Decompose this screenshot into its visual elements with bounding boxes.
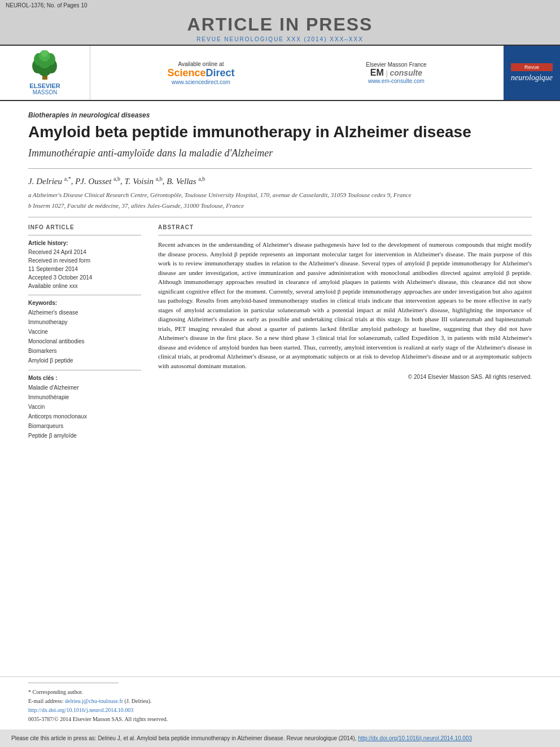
keyword-immunotherapy: Immunotherapy	[28, 317, 141, 327]
affiliation-a: a Alzheimer's Disease Clinical Research …	[28, 191, 532, 199]
section-label: Biotherapies in neurological diseases	[28, 111, 532, 119]
keyword-amyloid: Amyloid β peptide	[28, 356, 141, 365]
abstract-col: ABSTRACT Recent advances in the understa…	[158, 224, 532, 440]
accepted-date: Accepted 3 October 2014	[28, 273, 141, 282]
keyword-vaccine: Vaccine	[28, 327, 141, 337]
info-article-col: INFO ARTICLE Article history: Received 2…	[28, 224, 141, 440]
keywords-label: Keywords:	[28, 300, 141, 306]
info-article-header: INFO ARTICLE	[28, 224, 141, 230]
corresponding-note: * Corresponding author.	[28, 688, 532, 697]
elsevier-sub: MASSON	[33, 89, 57, 95]
article-id: NEUROL-1376; No. of Pages 10	[6, 2, 88, 8]
banner-text: ARTICLE IN PRESS	[0, 14, 560, 35]
online-links: Available online at ScienceDirect www.sc…	[90, 46, 504, 100]
keyword-alzheimer: Alzheimer's disease	[28, 308, 141, 317]
citation-text: Please cite this article in press as: De…	[11, 734, 549, 742]
author-delrieu-sup: a,*	[64, 176, 71, 182]
copyright: © 2014 Elsevier Masson SAS. All rights r…	[158, 374, 532, 380]
author-vellas: B. Vellas	[167, 177, 196, 186]
author-delrieu: J. Delrieu	[28, 177, 62, 186]
article-banner: ARTICLE IN PRESS REVUE NEUROLOGIQUE XXX …	[0, 11, 560, 45]
article-title: Amyloid beta peptide immunotherapy in Al…	[28, 123, 532, 142]
elsevier-tree-icon	[27, 50, 63, 81]
history-label: Article history:	[28, 240, 141, 246]
article-subtitle: Immunothérapie anti-amyloïde dans la mal…	[28, 147, 532, 159]
author-ousset: PJ. Ousset	[75, 177, 111, 186]
info-divider-1	[28, 235, 141, 235]
info-divider-3	[28, 370, 141, 370]
received-date: Received 24 April 2014	[28, 248, 141, 256]
sciencedirect-section: Available online at ScienceDirect www.sc…	[167, 61, 234, 85]
author-vellas-sup: a,b	[198, 176, 205, 182]
revised-date: 11 September 2014	[28, 265, 141, 273]
revue-logo: Revue neurologique	[511, 63, 553, 83]
mc-vaccin: Vaccin	[28, 402, 141, 412]
affiliations-divider	[28, 217, 532, 217]
affiliation-b: b Inserm 1027, Faculté de médecine, 37, …	[28, 202, 532, 210]
available-text: Available online at	[167, 61, 234, 67]
footer-divider	[28, 683, 119, 683]
journal-subtitle: REVUE NEUROLOGIQUE XXX (2014) XXX–XXX	[0, 36, 560, 42]
citation-bar: Please cite this article in press as: De…	[0, 729, 560, 747]
author-voisin: T. Voisin	[125, 177, 154, 186]
revue-logo-area: Revue neurologique	[504, 46, 560, 100]
corresponding-label: * Corresponding author.	[28, 689, 83, 695]
two-col-layout: INFO ARTICLE Article history: Received 2…	[28, 224, 532, 440]
doi-link[interactable]: http://dx.doi.org/10.1016/j.neurol.2014.…	[28, 707, 133, 713]
footer-notes: * Corresponding author. E-mail address: …	[0, 676, 560, 729]
email-label: E-mail address:	[28, 698, 63, 704]
author-ousset-sup: a,b	[113, 176, 120, 182]
top-bar: NEUROL-1376; No. of Pages 10	[0, 0, 560, 11]
revue-title: neurologique	[511, 73, 553, 83]
elsevier-logo-area: ELSEVIER MASSON	[0, 46, 90, 100]
info-divider-2	[28, 295, 141, 295]
header-logos: ELSEVIER MASSON Available online at Scie…	[0, 45, 560, 101]
abstract-divider	[158, 235, 532, 235]
sciencedirect-logo: ScienceDirect	[167, 67, 234, 79]
emconsulte-section: Elsevier Masson France EM | consulte www…	[366, 62, 426, 84]
emconsulte-logo: EM | consulte	[366, 68, 426, 78]
revue-top-label: Revue	[511, 63, 553, 71]
sciencedirect-url[interactable]: www.sciencedirect.com	[167, 79, 234, 85]
mc-anticorps: Anticorps monoclonaux	[28, 412, 141, 421]
mc-alzheimer: Maladie d'Alzheimer	[28, 383, 141, 392]
mots-cles-label: Mots clés :	[28, 375, 141, 381]
email-suffix: (J. Delrieu).	[125, 698, 152, 704]
mc-peptide: Peptide β amyloïde	[28, 431, 141, 440]
citation-link[interactable]: http://dx.doi.org/10.1016/j.neurol.2014.…	[358, 735, 472, 741]
issn-note: 0035-3787/© 2014 Elsevier Masson SAS. Al…	[28, 715, 532, 724]
abstract-text: Recent advances in the understanding of …	[158, 240, 532, 370]
page: NEUROL-1376; No. of Pages 10 ARTICLE IN …	[0, 0, 560, 747]
title-divider	[28, 168, 532, 169]
available-online: Available online xxx	[28, 282, 141, 290]
keyword-biomarkers: Biomarkers	[28, 346, 141, 356]
author-voisin-sup: a,b	[156, 176, 163, 182]
keyword-monoclonal: Monoclonal antibodies	[28, 337, 141, 346]
elsevier-name: ELSEVIER	[29, 82, 60, 89]
received-revised-label: Received in revised form	[28, 256, 141, 265]
emconsulte-url[interactable]: www.em-consulte.com	[366, 78, 426, 84]
citation-main: Please cite this article in press as: De…	[11, 735, 356, 741]
mc-immunotherapie: Immunothérapie	[28, 392, 141, 402]
email-link[interactable]: delrieu.j@chu-toulouse.fr	[65, 698, 123, 704]
doi-note: http://dx.doi.org/10.1016/j.neurol.2014.…	[28, 706, 532, 715]
elsevier-masson-label: Elsevier Masson France	[366, 62, 426, 68]
email-note: E-mail address: delrieu.j@chu-toulouse.f…	[28, 697, 532, 706]
mc-biomarqueurs: Biomarqueurs	[28, 421, 141, 431]
authors: J. Delrieu a,*, PJ. Ousset a,b, T. Voisi…	[28, 176, 532, 186]
abstract-header: ABSTRACT	[158, 224, 532, 230]
main-content: Biotherapies in neurological diseases Am…	[0, 101, 560, 665]
